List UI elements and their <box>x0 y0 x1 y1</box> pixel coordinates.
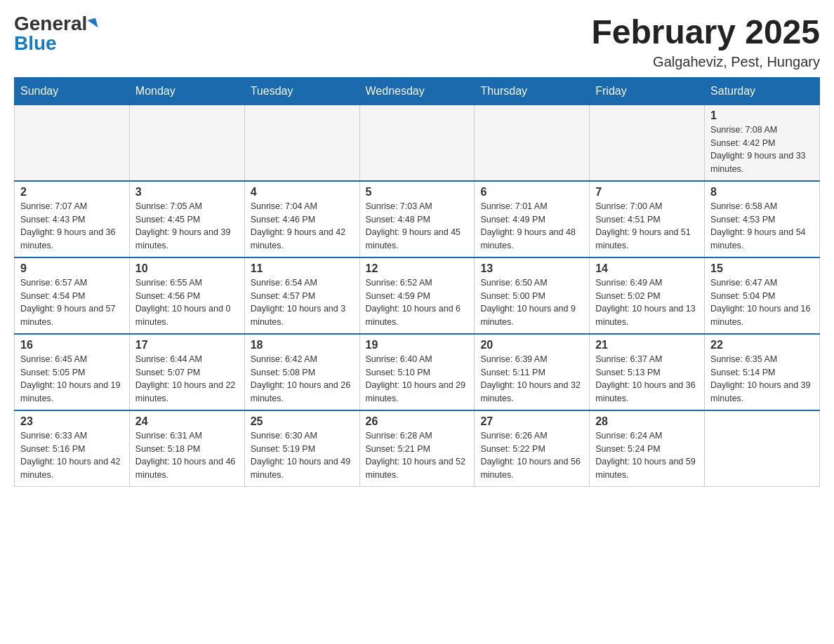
day-info: Sunrise: 7:04 AMSunset: 4:46 PMDaylight:… <box>251 200 354 253</box>
col-tuesday: Tuesday <box>244 77 359 105</box>
table-row: 14Sunrise: 6:49 AMSunset: 5:02 PMDayligh… <box>590 257 705 334</box>
day-info: Sunrise: 6:39 AMSunset: 5:11 PMDaylight:… <box>480 353 583 405</box>
day-info: Sunrise: 6:42 AMSunset: 5:08 PMDaylight:… <box>251 353 354 405</box>
day-number: 7 <box>595 186 699 199</box>
calendar-table: Sunday Monday Tuesday Wednesday Thursday… <box>14 77 820 487</box>
table-row: 9Sunrise: 6:57 AMSunset: 4:54 PMDaylight… <box>15 257 130 334</box>
table-row: 22Sunrise: 6:35 AMSunset: 5:14 PMDayligh… <box>705 334 820 410</box>
day-number: 24 <box>135 415 239 428</box>
col-friday: Friday <box>590 77 705 105</box>
day-number: 22 <box>710 339 814 351</box>
month-title: February 2025 <box>591 14 820 51</box>
day-number: 17 <box>135 339 239 351</box>
calendar-week-row: 16Sunrise: 6:45 AMSunset: 5:05 PMDayligh… <box>15 334 820 410</box>
day-info: Sunrise: 7:01 AMSunset: 4:49 PMDaylight:… <box>480 200 583 253</box>
table-row <box>705 410 820 487</box>
day-number: 12 <box>366 262 469 275</box>
table-row: 13Sunrise: 6:50 AMSunset: 5:00 PMDayligh… <box>475 257 590 334</box>
table-row: 10Sunrise: 6:55 AMSunset: 4:56 PMDayligh… <box>129 257 244 334</box>
day-info: Sunrise: 6:30 AMSunset: 5:19 PMDaylight:… <box>251 429 354 482</box>
day-number: 14 <box>595 262 699 275</box>
page-header: General Blue February 2025 Galgaheviz, P… <box>14 14 820 70</box>
table-row: 17Sunrise: 6:44 AMSunset: 5:07 PMDayligh… <box>129 334 244 410</box>
table-row: 2Sunrise: 7:07 AMSunset: 4:43 PMDaylight… <box>15 181 130 257</box>
day-number: 1 <box>710 109 814 122</box>
day-info: Sunrise: 6:47 AMSunset: 5:04 PMDaylight:… <box>710 276 814 329</box>
day-number: 20 <box>480 339 583 351</box>
table-row: 26Sunrise: 6:28 AMSunset: 5:21 PMDayligh… <box>359 410 475 487</box>
table-row <box>475 105 590 181</box>
day-info: Sunrise: 6:45 AMSunset: 5:05 PMDaylight:… <box>20 353 124 405</box>
col-wednesday: Wednesday <box>359 77 475 105</box>
day-info: Sunrise: 6:52 AMSunset: 4:59 PMDaylight:… <box>366 276 469 329</box>
table-row: 27Sunrise: 6:26 AMSunset: 5:22 PMDayligh… <box>475 410 590 487</box>
day-number: 13 <box>480 262 583 275</box>
day-info: Sunrise: 7:03 AMSunset: 4:48 PMDaylight:… <box>366 200 469 253</box>
calendar-header-row: Sunday Monday Tuesday Wednesday Thursday… <box>15 77 820 105</box>
calendar-week-row: 9Sunrise: 6:57 AMSunset: 4:54 PMDaylight… <box>15 257 820 334</box>
day-number: 2 <box>20 186 124 199</box>
day-number: 10 <box>135 262 239 275</box>
day-number: 8 <box>710 186 814 199</box>
table-row: 1Sunrise: 7:08 AMSunset: 4:42 PMDaylight… <box>705 105 820 181</box>
location-text: Galgaheviz, Pest, Hungary <box>591 54 820 70</box>
day-number: 23 <box>20 415 124 428</box>
day-info: Sunrise: 6:49 AMSunset: 5:02 PMDaylight:… <box>595 276 699 329</box>
day-info: Sunrise: 7:05 AMSunset: 4:45 PMDaylight:… <box>135 200 239 253</box>
day-number: 21 <box>595 339 699 351</box>
logo-general-text: General <box>14 14 87 34</box>
table-row: 21Sunrise: 6:37 AMSunset: 5:13 PMDayligh… <box>590 334 705 410</box>
table-row: 11Sunrise: 6:54 AMSunset: 4:57 PMDayligh… <box>244 257 359 334</box>
day-info: Sunrise: 6:24 AMSunset: 5:24 PMDaylight:… <box>595 429 699 482</box>
col-monday: Monday <box>129 77 244 105</box>
table-row: 8Sunrise: 6:58 AMSunset: 4:53 PMDaylight… <box>705 181 820 257</box>
table-row <box>359 105 475 181</box>
day-number: 15 <box>710 262 814 275</box>
table-row: 25Sunrise: 6:30 AMSunset: 5:19 PMDayligh… <box>244 410 359 487</box>
table-row: 20Sunrise: 6:39 AMSunset: 5:11 PMDayligh… <box>475 334 590 410</box>
logo: General Blue <box>14 14 97 53</box>
calendar-week-row: 2Sunrise: 7:07 AMSunset: 4:43 PMDaylight… <box>15 181 820 257</box>
day-info: Sunrise: 6:44 AMSunset: 5:07 PMDaylight:… <box>135 353 239 405</box>
table-row <box>590 105 705 181</box>
table-row: 28Sunrise: 6:24 AMSunset: 5:24 PMDayligh… <box>590 410 705 487</box>
col-thursday: Thursday <box>475 77 590 105</box>
day-info: Sunrise: 6:33 AMSunset: 5:16 PMDaylight:… <box>20 429 124 482</box>
day-number: 9 <box>20 262 124 275</box>
logo-blue-text: Blue <box>14 34 57 53</box>
day-number: 5 <box>366 186 469 199</box>
table-row: 3Sunrise: 7:05 AMSunset: 4:45 PMDaylight… <box>129 181 244 257</box>
day-info: Sunrise: 6:35 AMSunset: 5:14 PMDaylight:… <box>710 353 814 405</box>
day-info: Sunrise: 6:26 AMSunset: 5:22 PMDaylight:… <box>480 429 583 482</box>
title-block: February 2025 Galgaheviz, Pest, Hungary <box>591 14 820 70</box>
table-row <box>15 105 130 181</box>
table-row: 4Sunrise: 7:04 AMSunset: 4:46 PMDaylight… <box>244 181 359 257</box>
day-number: 27 <box>480 415 583 428</box>
day-number: 6 <box>480 186 583 199</box>
day-number: 26 <box>366 415 469 428</box>
table-row: 5Sunrise: 7:03 AMSunset: 4:48 PMDaylight… <box>359 181 475 257</box>
day-number: 11 <box>251 262 354 275</box>
logo-arrow-icon <box>88 18 98 30</box>
day-info: Sunrise: 7:07 AMSunset: 4:43 PMDaylight:… <box>20 200 124 253</box>
table-row: 15Sunrise: 6:47 AMSunset: 5:04 PMDayligh… <box>705 257 820 334</box>
day-number: 3 <box>135 186 239 199</box>
calendar-week-row: 23Sunrise: 6:33 AMSunset: 5:16 PMDayligh… <box>15 410 820 487</box>
table-row: 16Sunrise: 6:45 AMSunset: 5:05 PMDayligh… <box>15 334 130 410</box>
table-row <box>129 105 244 181</box>
day-info: Sunrise: 6:55 AMSunset: 4:56 PMDaylight:… <box>135 276 239 329</box>
day-info: Sunrise: 7:00 AMSunset: 4:51 PMDaylight:… <box>595 200 699 253</box>
table-row: 6Sunrise: 7:01 AMSunset: 4:49 PMDaylight… <box>475 181 590 257</box>
day-number: 19 <box>366 339 469 351</box>
day-info: Sunrise: 6:54 AMSunset: 4:57 PMDaylight:… <box>251 276 354 329</box>
col-saturday: Saturday <box>705 77 820 105</box>
day-info: Sunrise: 6:28 AMSunset: 5:21 PMDaylight:… <box>366 429 469 482</box>
table-row: 19Sunrise: 6:40 AMSunset: 5:10 PMDayligh… <box>359 334 475 410</box>
day-info: Sunrise: 6:58 AMSunset: 4:53 PMDaylight:… <box>710 200 814 253</box>
col-sunday: Sunday <box>15 77 130 105</box>
table-row: 24Sunrise: 6:31 AMSunset: 5:18 PMDayligh… <box>129 410 244 487</box>
day-info: Sunrise: 6:40 AMSunset: 5:10 PMDaylight:… <box>366 353 469 405</box>
day-number: 25 <box>251 415 354 428</box>
table-row: 18Sunrise: 6:42 AMSunset: 5:08 PMDayligh… <box>244 334 359 410</box>
table-row: 23Sunrise: 6:33 AMSunset: 5:16 PMDayligh… <box>15 410 130 487</box>
